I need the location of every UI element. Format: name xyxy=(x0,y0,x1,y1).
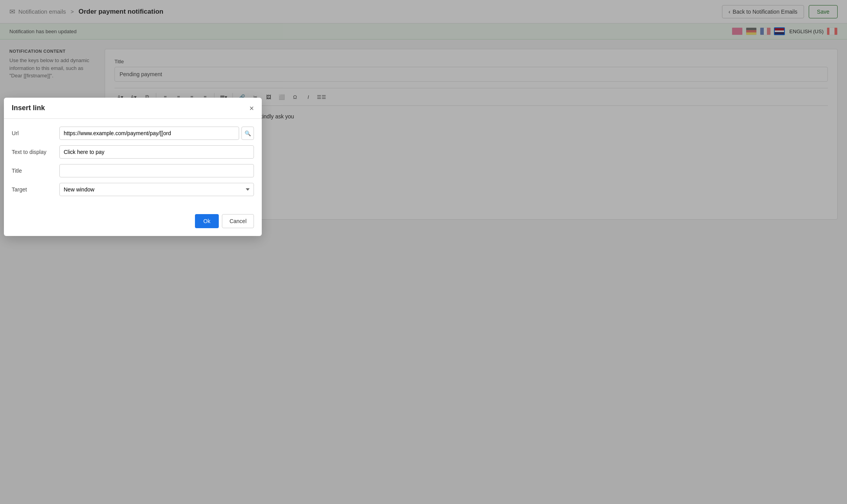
modal-body: Url 🔍 Text to display Title xyxy=(4,119,262,209)
text-to-display-row: Text to display xyxy=(12,145,254,159)
modal-footer: Ok Cancel xyxy=(4,209,262,229)
insert-link-modal: Insert link × Url 🔍 Text to display xyxy=(4,98,262,229)
text-to-display-label: Text to display xyxy=(12,149,55,155)
ok-button[interactable]: Ok xyxy=(195,214,219,228)
browse-icon: 🔍 xyxy=(245,130,251,136)
url-input-wrap: 🔍 xyxy=(59,127,254,140)
target-wrap: New window Same window Parent window xyxy=(59,183,254,196)
url-row: Url 🔍 xyxy=(12,127,254,140)
text-to-display-wrap xyxy=(59,145,254,159)
url-browse-button[interactable]: 🔍 xyxy=(241,127,254,140)
url-input[interactable] xyxy=(59,127,239,140)
cancel-button[interactable]: Cancel xyxy=(222,214,254,228)
modal-close-button[interactable]: × xyxy=(249,104,254,112)
link-title-wrap xyxy=(59,164,254,177)
url-label: Url xyxy=(12,130,55,136)
target-label: Target xyxy=(12,186,55,193)
link-title-input[interactable] xyxy=(59,164,254,177)
modal-title: Insert link xyxy=(12,104,45,112)
link-title-label: Title xyxy=(12,168,55,174)
modal-header: Insert link × xyxy=(4,98,262,119)
modal-overlay: Insert link × Url 🔍 Text to display xyxy=(0,0,847,229)
link-title-row: Title xyxy=(12,164,254,177)
text-to-display-input[interactable] xyxy=(59,145,254,159)
target-select[interactable]: New window Same window Parent window xyxy=(59,183,254,196)
target-row: Target New window Same window Parent win… xyxy=(12,183,254,196)
